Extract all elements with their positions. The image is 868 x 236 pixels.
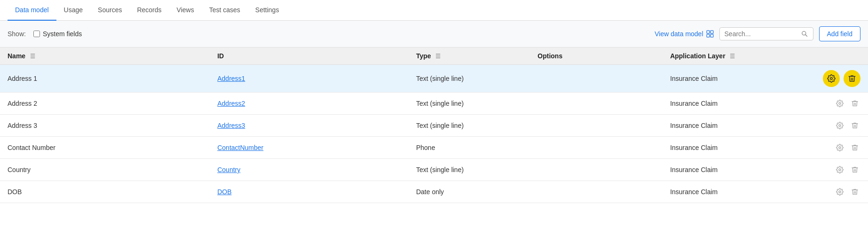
table-row: Address 1Address1Text (single line)Insur… xyxy=(0,65,868,93)
cell-name: Address 1 xyxy=(0,65,210,93)
svg-rect-3 xyxy=(710,34,713,37)
id-link[interactable]: Address3 xyxy=(217,122,245,129)
search-icon xyxy=(801,30,808,38)
tab-records[interactable]: Records xyxy=(129,0,169,21)
trash-icon xyxy=(851,100,859,107)
cell-options xyxy=(530,137,663,159)
cell-id[interactable]: Country xyxy=(210,159,409,181)
svg-line-5 xyxy=(805,35,807,37)
system-fields-label: System fields xyxy=(43,30,82,38)
tab-usage[interactable]: Usage xyxy=(56,0,90,21)
cell-actions xyxy=(806,115,868,137)
table-row: DOBDOBDate onlyInsurance Claim xyxy=(0,181,868,203)
system-fields-checkbox[interactable] xyxy=(33,31,40,37)
gear-button[interactable] xyxy=(834,164,845,175)
trash-icon xyxy=(851,188,859,196)
gear-icon xyxy=(836,188,844,196)
th-actions xyxy=(806,47,868,65)
search-input[interactable] xyxy=(725,30,799,38)
cell-id[interactable]: Address2 xyxy=(210,93,409,115)
trash-button[interactable] xyxy=(849,186,860,197)
cell-options xyxy=(530,115,663,137)
view-data-model-button[interactable]: View data model xyxy=(655,30,713,38)
cell-actions xyxy=(806,65,868,93)
svg-rect-0 xyxy=(707,31,710,33)
th-application-layer: Application Layer ☰ xyxy=(663,47,806,65)
trash-icon xyxy=(848,74,856,83)
grid-icon xyxy=(706,30,714,38)
gear-button[interactable] xyxy=(834,98,845,109)
gear-icon xyxy=(827,74,836,83)
th-type: Type ☰ xyxy=(409,47,530,65)
cell-name: Contact Number xyxy=(0,137,210,159)
system-fields-checkbox-label[interactable]: System fields xyxy=(33,30,82,38)
cell-options xyxy=(530,181,663,203)
tab-data-model[interactable]: Data model xyxy=(8,0,56,21)
trash-button[interactable] xyxy=(844,70,860,87)
cell-options xyxy=(530,93,663,115)
toolbar: Show: System fields View data model Add … xyxy=(0,21,868,47)
id-link[interactable]: Country xyxy=(217,166,240,173)
th-options: Options xyxy=(530,47,663,65)
cell-application-layer: Insurance Claim xyxy=(663,93,806,115)
cell-id[interactable]: ContactNumber xyxy=(210,137,409,159)
trash-button[interactable] xyxy=(849,98,860,109)
svg-point-10 xyxy=(839,169,841,171)
gear-icon xyxy=(836,100,844,107)
view-data-model-label: View data model xyxy=(655,30,703,38)
svg-point-7 xyxy=(839,102,841,104)
trash-button[interactable] xyxy=(849,164,860,175)
name-filter-icon[interactable]: ☰ xyxy=(30,53,35,60)
table-row: CountryCountryText (single line)Insuranc… xyxy=(0,159,868,181)
applayer-filter-icon[interactable]: ☰ xyxy=(730,53,735,60)
cell-application-layer: Insurance Claim xyxy=(663,181,806,203)
cell-actions xyxy=(806,93,868,115)
tab-views[interactable]: Views xyxy=(169,0,202,21)
cell-name: DOB xyxy=(0,181,210,203)
table-container: Name ☰ ID Type ☰ Options Application Lay… xyxy=(0,47,868,203)
cell-application-layer: Insurance Claim xyxy=(663,159,806,181)
cell-options xyxy=(530,159,663,181)
cell-actions xyxy=(806,181,868,203)
trash-button[interactable] xyxy=(849,142,860,153)
cell-application-layer: Insurance Claim xyxy=(663,137,806,159)
tab-settings[interactable]: Settings xyxy=(248,0,287,21)
show-label: Show: xyxy=(8,30,26,38)
gear-button[interactable] xyxy=(834,142,845,153)
table-header-row: Name ☰ ID Type ☰ Options Application Lay… xyxy=(0,47,868,65)
cell-application-layer: Insurance Claim xyxy=(663,115,806,137)
cell-type: Text (single line) xyxy=(409,115,530,137)
id-link[interactable]: ContactNumber xyxy=(217,144,263,151)
svg-rect-1 xyxy=(710,31,713,33)
cell-options xyxy=(530,65,663,93)
cell-type: Text (single line) xyxy=(409,93,530,115)
trash-icon xyxy=(851,166,859,173)
cell-id[interactable]: Address3 xyxy=(210,115,409,137)
tab-sources[interactable]: Sources xyxy=(90,0,129,21)
search-box xyxy=(719,27,813,40)
gear-button[interactable] xyxy=(834,186,845,197)
table-row: Address 2Address2Text (single line)Insur… xyxy=(0,93,868,115)
toolbar-right: View data model Add field xyxy=(655,26,860,41)
id-link[interactable]: DOB xyxy=(217,188,231,196)
cell-name: Address 2 xyxy=(0,93,210,115)
gear-button[interactable] xyxy=(834,120,845,131)
gear-icon xyxy=(836,166,844,173)
cell-id[interactable]: DOB xyxy=(210,181,409,203)
tab-test-cases[interactable]: Test cases xyxy=(202,0,248,21)
cell-type: Date only xyxy=(409,181,530,203)
id-link[interactable]: Address1 xyxy=(217,75,245,82)
th-name: Name ☰ xyxy=(0,47,210,65)
svg-point-6 xyxy=(830,78,833,80)
svg-point-9 xyxy=(839,147,841,149)
add-field-button[interactable]: Add field xyxy=(819,26,860,41)
gear-button[interactable] xyxy=(823,70,840,87)
cell-application-layer: Insurance Claim xyxy=(663,65,806,93)
data-model-table: Name ☰ ID Type ☰ Options Application Lay… xyxy=(0,47,868,203)
tab-bar: Data model Usage Sources Records Views T… xyxy=(0,0,868,21)
type-filter-icon[interactable]: ☰ xyxy=(435,53,441,60)
cell-id[interactable]: Address1 xyxy=(210,65,409,93)
cell-type: Text (single line) xyxy=(409,65,530,93)
trash-button[interactable] xyxy=(849,120,860,131)
id-link[interactable]: Address2 xyxy=(217,100,245,107)
